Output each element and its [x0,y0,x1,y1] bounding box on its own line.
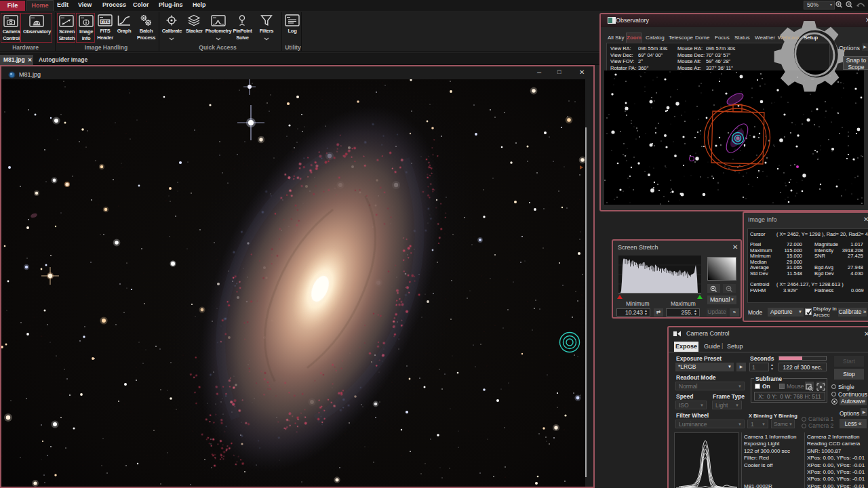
svg-text:FITS: FITS [101,20,110,24]
